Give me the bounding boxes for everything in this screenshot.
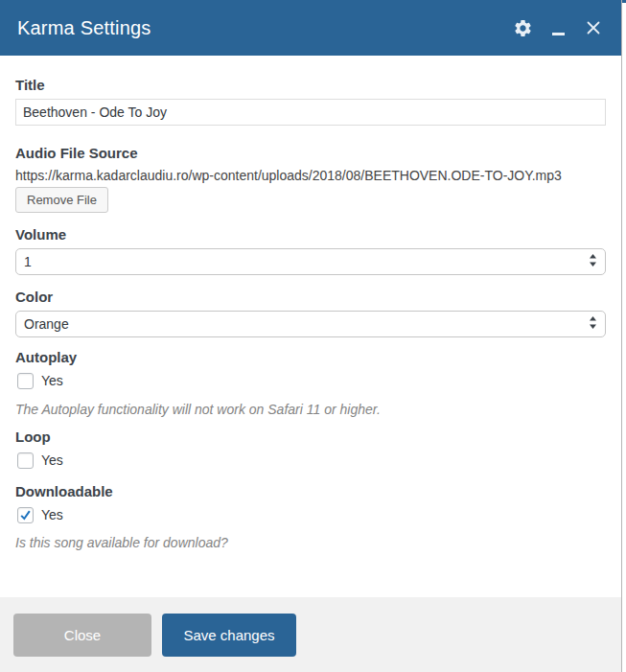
autoplay-note: The Autoplay functionality will not work… xyxy=(15,402,606,417)
downloadable-label: Downloadable xyxy=(15,483,606,499)
downloadable-option-label: Yes xyxy=(41,507,63,522)
modal-body: Title Audio File Source https://karma.ka… xyxy=(0,56,621,597)
title-label: Title xyxy=(15,77,606,93)
loop-option-label: Yes xyxy=(41,452,63,468)
autoplay-label: Autoplay xyxy=(15,349,606,365)
close-icon[interactable] xyxy=(583,17,604,38)
modal-header: Karma Settings xyxy=(0,0,621,56)
header-icons xyxy=(512,17,604,38)
volume-selected-value: 1 xyxy=(24,254,32,269)
minimize-icon[interactable] xyxy=(547,17,568,38)
select-arrows-icon xyxy=(588,316,598,332)
loop-label: Loop xyxy=(15,429,606,445)
color-select[interactable]: Orange xyxy=(15,311,606,337)
color-selected-value: Orange xyxy=(24,316,69,332)
audio-file-url: https://karma.kadarclaudiu.ro/wp-content… xyxy=(15,168,606,183)
title-input[interactable] xyxy=(15,99,606,126)
volume-select[interactable]: 1 xyxy=(15,248,606,275)
color-label: Color xyxy=(15,289,606,305)
audio-source-label: Audio File Source xyxy=(15,145,606,161)
autoplay-checkbox[interactable] xyxy=(17,373,34,389)
select-arrows-icon xyxy=(588,254,598,269)
gear-icon[interactable] xyxy=(512,17,533,38)
close-button[interactable]: Close xyxy=(13,614,151,657)
loop-checkbox[interactable] xyxy=(17,452,34,469)
modal-footer: Close Save changes xyxy=(0,597,621,672)
modal-title: Karma Settings xyxy=(17,17,151,39)
save-changes-button[interactable]: Save changes xyxy=(162,614,296,657)
volume-label: Volume xyxy=(15,226,606,243)
autoplay-option-label: Yes xyxy=(41,373,63,388)
karma-settings-modal-page: Karma Settings Title Audio File Source h… xyxy=(0,0,626,672)
karma-settings-modal: Karma Settings Title Audio File Source h… xyxy=(0,0,621,672)
downloadable-note: Is this song available for download? xyxy=(15,535,606,550)
page-right-gutter xyxy=(621,0,626,672)
downloadable-checkbox[interactable] xyxy=(17,507,34,523)
remove-file-button[interactable]: Remove File xyxy=(15,187,108,213)
